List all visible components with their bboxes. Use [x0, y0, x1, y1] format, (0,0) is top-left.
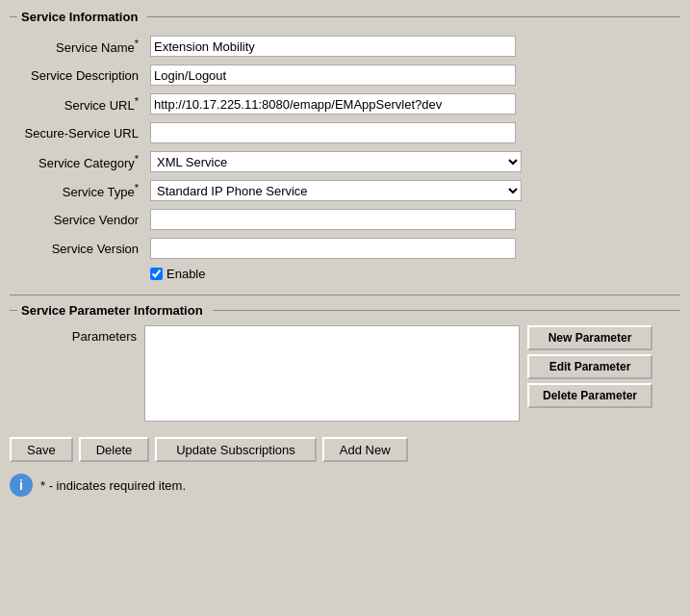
save-button[interactable]: Save [10, 437, 73, 462]
delete-parameter-button[interactable]: Delete Parameter [527, 383, 652, 408]
enable-label[interactable]: Enable [150, 267, 675, 281]
service-name-label: Service Name* [10, 32, 144, 61]
service-url-label: Service URL* [10, 90, 144, 118]
secure-service-url-input[interactable] [150, 122, 516, 143]
param-header-line-right [213, 310, 680, 311]
service-description-row: Service Description [10, 61, 680, 90]
service-vendor-label: Service Vendor [10, 205, 144, 234]
service-parameter-header: Service Parameter Information [10, 303, 680, 318]
service-category-cell: XML Service Standard IP Phone Service [144, 147, 680, 176]
service-url-input[interactable] [150, 93, 516, 115]
service-vendor-cell [144, 205, 680, 234]
service-name-input[interactable] [150, 36, 516, 57]
secure-service-url-label: Secure-Service URL [10, 118, 144, 147]
service-name-row: Service Name* [10, 32, 680, 61]
header-line-right [147, 16, 680, 17]
enable-row: Enable [10, 263, 680, 285]
info-row: i * - indicates required item. [10, 474, 680, 497]
enable-label-cell [10, 263, 144, 285]
service-url-row: Service URL* [10, 90, 680, 118]
secure-service-url-row: Secure-Service URL [10, 118, 680, 147]
update-subscriptions-button[interactable]: Update Subscriptions [155, 437, 317, 462]
service-information-section: Service Information Service Name* Servic… [10, 10, 680, 285]
service-vendor-row: Service Vendor [10, 205, 680, 234]
service-parameter-title: Service Parameter Information [21, 303, 203, 318]
service-version-input[interactable] [150, 238, 516, 259]
delete-button[interactable]: Delete [79, 437, 150, 462]
service-url-cell [144, 90, 680, 118]
required-note: * - indicates required item. [40, 478, 186, 493]
service-version-row: Service Version [10, 234, 680, 263]
enable-checkbox[interactable] [150, 268, 163, 280]
param-content: Parameters New Parameter Edit Parameter … [10, 325, 680, 422]
service-description-input[interactable] [150, 64, 516, 86]
service-version-cell [144, 234, 680, 263]
service-description-label: Service Description [10, 61, 144, 90]
parameters-textarea[interactable] [144, 325, 520, 422]
service-vendor-input[interactable] [150, 209, 516, 230]
service-information-title: Service Information [21, 10, 138, 24]
new-parameter-button[interactable]: New Parameter [527, 325, 652, 350]
service-parameter-section: Service Parameter Information Parameters… [10, 303, 680, 422]
edit-parameter-button[interactable]: Edit Parameter [527, 354, 652, 379]
service-category-row: Service Category* XML Service Standard I… [10, 147, 680, 176]
section-divider [10, 295, 680, 295]
service-information-header: Service Information [10, 10, 680, 24]
service-info-form: Service Name* Service Description Servic… [10, 32, 680, 285]
page-container: Service Information Service Name* Servic… [0, 0, 690, 616]
param-header-line-left [10, 310, 17, 311]
add-new-button[interactable]: Add New [322, 437, 408, 462]
service-type-select[interactable]: Standard IP Phone Service XML Service [150, 180, 522, 201]
secure-service-url-cell [144, 118, 680, 147]
service-type-row: Service Type* Standard IP Phone Service … [10, 176, 680, 205]
service-category-label: Service Category* [10, 147, 144, 176]
enable-checkbox-cell: Enable [144, 263, 680, 285]
param-buttons-group: New Parameter Edit Parameter Delete Para… [527, 325, 652, 408]
header-line-left [10, 16, 17, 17]
bottom-buttons-bar: Save Delete Update Subscriptions Add New [10, 437, 680, 462]
service-type-label: Service Type* [10, 176, 144, 205]
info-icon: i [10, 474, 33, 497]
service-name-cell [144, 32, 680, 61]
service-type-cell: Standard IP Phone Service XML Service [144, 176, 680, 205]
service-category-select[interactable]: XML Service Standard IP Phone Service [150, 151, 522, 172]
service-version-label: Service Version [10, 234, 144, 263]
parameters-label: Parameters [10, 325, 144, 344]
service-description-cell [144, 61, 680, 90]
